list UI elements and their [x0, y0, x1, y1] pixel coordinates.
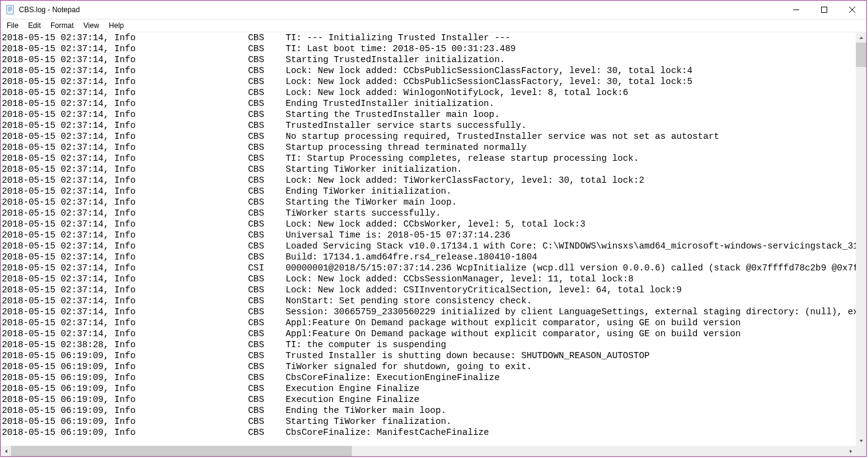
- notepad-app-icon: [5, 5, 15, 15]
- scroll-left-button[interactable]: [1, 446, 11, 456]
- menu-file[interactable]: File: [2, 21, 23, 30]
- titlebar[interactable]: CBS.log - Notepad: [1, 1, 866, 19]
- menu-format[interactable]: Format: [46, 21, 79, 30]
- editor-area: 2018-05-15 02:37:14, Info CBS TI: --- In…: [1, 32, 866, 456]
- svg-rect-6: [822, 7, 827, 13]
- minimize-button[interactable]: [782, 1, 810, 19]
- scroll-up-button[interactable]: [856, 32, 866, 43]
- maximize-button[interactable]: [810, 1, 838, 19]
- window-title: CBS.log - Notepad: [19, 5, 80, 14]
- menubar: File Edit Format View Help: [1, 19, 866, 32]
- menu-help[interactable]: Help: [104, 21, 129, 30]
- scroll-right-button[interactable]: [845, 446, 856, 456]
- scroll-down-button[interactable]: [856, 435, 866, 446]
- vertical-scroll-track[interactable]: [856, 43, 866, 435]
- horizontal-scroll-thumb[interactable]: [11, 446, 352, 456]
- close-button[interactable]: [838, 1, 866, 19]
- svg-marker-10: [859, 440, 863, 442]
- vertical-scroll-thumb[interactable]: [856, 43, 866, 67]
- notepad-window: CBS.log - Notepad File Edit Format View …: [0, 0, 867, 457]
- horizontal-scrollbar[interactable]: [1, 446, 856, 456]
- menu-view[interactable]: View: [79, 21, 104, 30]
- svg-marker-11: [5, 449, 7, 453]
- svg-marker-9: [859, 37, 863, 39]
- vertical-scrollbar[interactable]: [856, 32, 866, 446]
- window-controls: [782, 1, 866, 19]
- svg-marker-12: [850, 449, 852, 453]
- scrollbar-corner: [856, 446, 866, 456]
- text-editor[interactable]: 2018-05-15 02:37:14, Info CBS TI: --- In…: [1, 32, 856, 446]
- horizontal-scroll-track[interactable]: [11, 446, 845, 456]
- menu-edit[interactable]: Edit: [23, 21, 46, 30]
